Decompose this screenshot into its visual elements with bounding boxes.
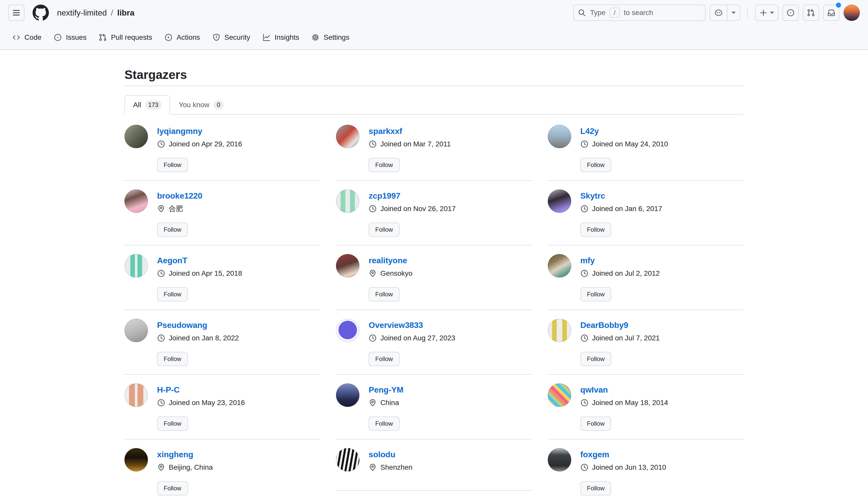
github-logo-icon[interactable]: [33, 4, 49, 21]
tab-issues[interactable]: Issues: [49, 29, 92, 46]
stargazer-detail: Overview3833 Joined on Aug 27, 2023: [368, 319, 455, 343]
avatar[interactable]: [336, 254, 359, 277]
username-link[interactable]: lyqiangmny: [157, 126, 202, 136]
avatar[interactable]: [548, 448, 571, 471]
avatar[interactable]: [125, 319, 148, 342]
avatar[interactable]: [548, 125, 571, 148]
avatar[interactable]: [548, 190, 571, 213]
user-avatar-button[interactable]: [844, 4, 860, 21]
clock-icon: [580, 140, 589, 148]
username-link[interactable]: mfy: [580, 255, 595, 266]
stargazer-detail: lyqiangmny Joined on Apr 29, 2016: [157, 125, 242, 149]
username-link[interactable]: Peng-YM: [368, 384, 403, 395]
follow-button[interactable]: Follow: [368, 223, 399, 237]
avatar[interactable]: [336, 125, 359, 148]
username-link[interactable]: solodu: [368, 449, 395, 460]
follow-button[interactable]: Follow: [368, 417, 399, 431]
follow-button[interactable]: Follow: [157, 417, 188, 431]
username-link[interactable]: sparkxxf: [368, 126, 402, 136]
stargazer-row: brooke1220 合肥: [125, 190, 320, 214]
breadcrumb-owner-link[interactable]: nextify-limited: [57, 7, 107, 19]
avatar[interactable]: [125, 448, 148, 471]
stargazer-meta: Joined on Nov 26, 2017: [368, 204, 456, 214]
avatar[interactable]: [125, 125, 148, 148]
follow-button[interactable]: Follow: [157, 352, 188, 366]
follow-button[interactable]: Follow: [157, 223, 188, 237]
username-link[interactable]: Overview3833: [368, 320, 423, 330]
follow-button[interactable]: Follow: [157, 287, 188, 302]
follow-button[interactable]: Follow: [580, 223, 611, 237]
clock-icon: [580, 334, 589, 342]
follow-button[interactable]: Follow: [580, 352, 611, 366]
follow-button[interactable]: Follow: [580, 481, 611, 496]
tab-settings[interactable]: Settings: [306, 29, 354, 46]
repo-nav: Code Issues Pull requests Actions Securi…: [0, 25, 868, 49]
copilot-menu-button[interactable]: [728, 5, 740, 20]
username-link[interactable]: brooke1220: [157, 191, 202, 201]
username-link[interactable]: H-P-C: [157, 384, 180, 395]
tab-actions[interactable]: Actions: [159, 29, 205, 46]
stargazer-meta: Joined on Jun 13, 2010: [580, 462, 666, 473]
breadcrumb-repo-link[interactable]: libra: [117, 7, 135, 19]
avatar[interactable]: [336, 383, 359, 407]
stargazer-detail: AegonT Joined on Apr 15, 2018: [157, 254, 242, 279]
username-link[interactable]: L42y: [580, 126, 599, 136]
follow-button[interactable]: Follow: [368, 352, 399, 366]
username-link[interactable]: qwIvan: [580, 384, 608, 395]
follow-button[interactable]: Follow: [580, 417, 611, 431]
avatar[interactable]: [336, 319, 359, 342]
stargazer-meta-text: Gensokyo: [380, 268, 412, 279]
username-link[interactable]: DearBobby9: [580, 320, 628, 330]
tab-insights[interactable]: Insights: [258, 29, 305, 46]
avatar[interactable]: [548, 383, 571, 407]
stargazer-detail: zcp1997 Joined on Nov 26, 2017: [368, 190, 456, 214]
stargazer-meta-text: Joined on Jul 2, 2012: [592, 268, 660, 279]
graph-icon: [262, 33, 271, 42]
tab-all-stargazers[interactable]: All 173: [125, 95, 170, 115]
avatar[interactable]: [336, 448, 359, 471]
follow-button[interactable]: Follow: [580, 158, 611, 172]
tab-code[interactable]: Code: [7, 29, 47, 46]
avatar[interactable]: [548, 319, 571, 342]
stargazer-card: foxgem Joined on Jun 13, 2010 Follow: [548, 440, 743, 500]
clock-icon: [580, 399, 589, 407]
copilot-button[interactable]: [710, 5, 728, 20]
username-link[interactable]: foxgem: [580, 449, 609, 460]
create-new-button[interactable]: [755, 4, 778, 21]
username-link[interactable]: xingheng: [157, 449, 193, 460]
follow-button[interactable]: Follow: [368, 158, 399, 172]
stargazer-meta: Beijing, China: [157, 462, 213, 473]
avatar[interactable]: [125, 383, 148, 407]
tab-security[interactable]: Security: [207, 29, 255, 46]
stargazer-meta-text: 合肥: [169, 204, 183, 214]
location-icon: [368, 269, 377, 277]
username-link[interactable]: AegonT: [157, 255, 187, 266]
username-link[interactable]: Pseudowang: [157, 320, 207, 330]
chevron-down-icon: [770, 12, 774, 14]
follow-button[interactable]: Follow: [157, 158, 188, 172]
stargazer-meta-text: Joined on Jul 7, 2021: [592, 333, 660, 343]
username-link[interactable]: realityone: [368, 255, 407, 266]
follow-button[interactable]: Follow: [368, 287, 399, 302]
avatar[interactable]: [125, 190, 148, 213]
global-menu-button[interactable]: [8, 4, 24, 21]
stargazer-row: H-P-C Joined on May 23, 2016: [125, 383, 320, 408]
stargazer-meta-text: Joined on Apr 15, 2018: [169, 268, 242, 279]
location-icon: [157, 463, 165, 471]
stargazer-card: solodu Shenzhen: [336, 440, 532, 491]
issues-header-button[interactable]: [783, 4, 799, 21]
follow-button[interactable]: Follow: [580, 287, 611, 302]
stargazer-card: mfy Joined on Jul 2, 2012 Follow: [548, 246, 743, 310]
username-link[interactable]: zcp1997: [368, 191, 400, 201]
avatar[interactable]: [548, 254, 571, 277]
follow-button[interactable]: Follow: [157, 481, 188, 496]
username-link[interactable]: Skytrc: [580, 191, 605, 201]
pull-requests-header-button[interactable]: [803, 4, 819, 21]
tab-pull-requests[interactable]: Pull requests: [94, 29, 157, 46]
avatar[interactable]: [336, 190, 359, 213]
copilot-icon: [715, 9, 723, 17]
search-input[interactable]: Type / to search: [573, 4, 706, 21]
tab-you-know[interactable]: You know 0: [170, 95, 232, 115]
stargazer-row: Skytrc Joined on Jan 6, 2017: [548, 190, 743, 214]
avatar[interactable]: [125, 254, 148, 277]
